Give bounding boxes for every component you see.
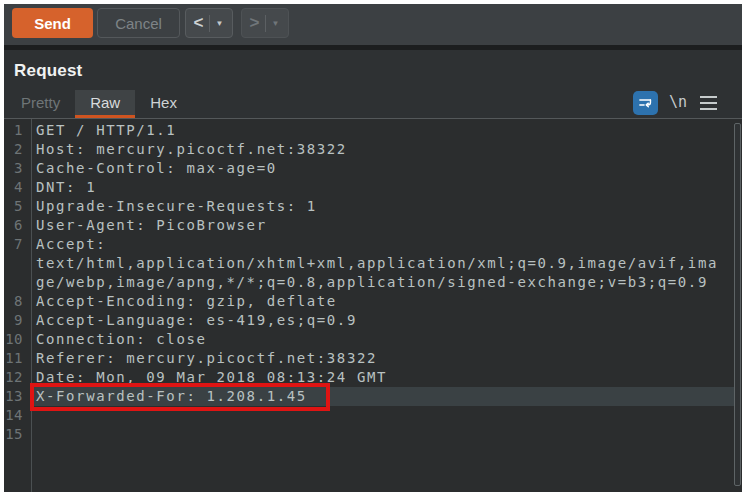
line-number: 10	[4, 330, 27, 349]
hamburger-menu-icon[interactable]	[700, 96, 717, 110]
editor-row: 8Accept-Encoding: gzip, deflate	[4, 292, 734, 311]
line-number: 13	[4, 387, 27, 406]
editor-row: 6User-Agent: PicoBrowser	[4, 216, 734, 235]
line-text: Accept-Language: es-419,es;q=0.9	[32, 311, 734, 330]
repeater-toolbar: Send Cancel < ▼ > ▼	[4, 4, 742, 45]
line-text: Host: mercury.picoctf.net:38322	[32, 140, 734, 159]
line-number: 2	[4, 140, 27, 159]
editor-row: 10Connection: close	[4, 330, 734, 349]
send-button[interactable]: Send	[12, 8, 93, 38]
line-text	[32, 425, 734, 444]
line-number	[4, 273, 27, 292]
line-text: X-Forwarded-For: 1.208.1.45	[32, 387, 734, 406]
editor-row: 14	[4, 406, 734, 425]
chevron-down-icon[interactable]: ▼	[266, 19, 283, 28]
line-text: DNT: 1	[32, 178, 734, 197]
line-text: text/html,application/xhtml+xml,applicat…	[32, 254, 734, 273]
line-text: Date: Mon, 09 Mar 2018 08:13:24 GMT	[32, 368, 734, 387]
request-panel: Request PrettyRawHex \n 1GET / HTTP/1.12…	[4, 50, 742, 492]
line-number: 1	[4, 121, 27, 140]
next-request-button[interactable]: > ▼	[241, 8, 289, 38]
line-text: Referer: mercury.picoctf.net:38322	[32, 349, 734, 368]
line-number: 9	[4, 311, 27, 330]
line-text: Accept:	[32, 235, 734, 254]
line-number: 8	[4, 292, 27, 311]
editor-row: text/html,application/xhtml+xml,applicat…	[4, 254, 734, 273]
tab-pretty[interactable]: Pretty	[6, 90, 75, 118]
editor-row: 1GET / HTTP/1.1	[4, 121, 734, 140]
editor-row: 13X-Forwarded-For: 1.208.1.45	[4, 387, 734, 406]
view-tabs: PrettyRawHex	[6, 90, 192, 118]
back-arrow-icon: <	[192, 14, 209, 33]
line-text: Cache-Control: max-age=0	[32, 159, 734, 178]
previous-request-button[interactable]: < ▼	[185, 8, 233, 38]
editor-row: 9Accept-Language: es-419,es;q=0.9	[4, 311, 734, 330]
newline-display-toggle-button[interactable]: \n	[665, 93, 691, 113]
burp-repeater-window: Send Cancel < ▼ > ▼ Request PrettyRawHex…	[0, 0, 746, 497]
line-text: ge/webp,image/apng,*/*;q=0.8,application…	[32, 273, 734, 292]
scrollbar-thumb[interactable]	[734, 123, 741, 486]
vertical-scrollbar[interactable]	[734, 121, 742, 490]
line-text: Connection: close	[32, 330, 734, 349]
line-text	[32, 406, 734, 425]
line-number: 7	[4, 235, 27, 254]
line-number: 14	[4, 406, 27, 425]
line-text: Upgrade-Insecure-Requests: 1	[32, 197, 734, 216]
line-text: Accept-Encoding: gzip, deflate	[32, 292, 734, 311]
line-number: 3	[4, 159, 27, 178]
line-number	[4, 254, 27, 273]
editor-row: 2Host: mercury.picoctf.net:38322	[4, 140, 734, 159]
editor-row: 11Referer: mercury.picoctf.net:38322	[4, 349, 734, 368]
word-wrap-icon	[637, 95, 654, 112]
tab-raw[interactable]: Raw	[75, 90, 135, 118]
page-title: Request	[14, 61, 82, 81]
line-number: 11	[4, 349, 27, 368]
editor-row: 4DNT: 1	[4, 178, 734, 197]
chevron-down-icon[interactable]: ▼	[210, 19, 227, 28]
line-number: 15	[4, 425, 27, 444]
word-wrap-toggle-button[interactable]	[633, 91, 658, 115]
editor-row: 7Accept:	[4, 235, 734, 254]
forward-arrow-icon: >	[248, 14, 265, 33]
line-text: GET / HTTP/1.1	[32, 121, 734, 140]
line-number: 5	[4, 197, 27, 216]
editor-row: ge/webp,image/apng,*/*;q=0.8,application…	[4, 273, 734, 292]
line-number: 12	[4, 368, 27, 387]
cancel-button[interactable]: Cancel	[97, 8, 180, 38]
editor-row: 3Cache-Control: max-age=0	[4, 159, 734, 178]
editor-row: 5Upgrade-Insecure-Requests: 1	[4, 197, 734, 216]
tab-hex[interactable]: Hex	[135, 90, 192, 118]
line-number: 6	[4, 216, 27, 235]
editor-row: 15	[4, 425, 734, 444]
request-editor[interactable]: 1GET / HTTP/1.12Host: mercury.picoctf.ne…	[4, 119, 742, 492]
line-text: User-Agent: PicoBrowser	[32, 216, 734, 235]
editor-row: 12Date: Mon, 09 Mar 2018 08:13:24 GMT	[4, 368, 734, 387]
line-number: 4	[4, 178, 27, 197]
